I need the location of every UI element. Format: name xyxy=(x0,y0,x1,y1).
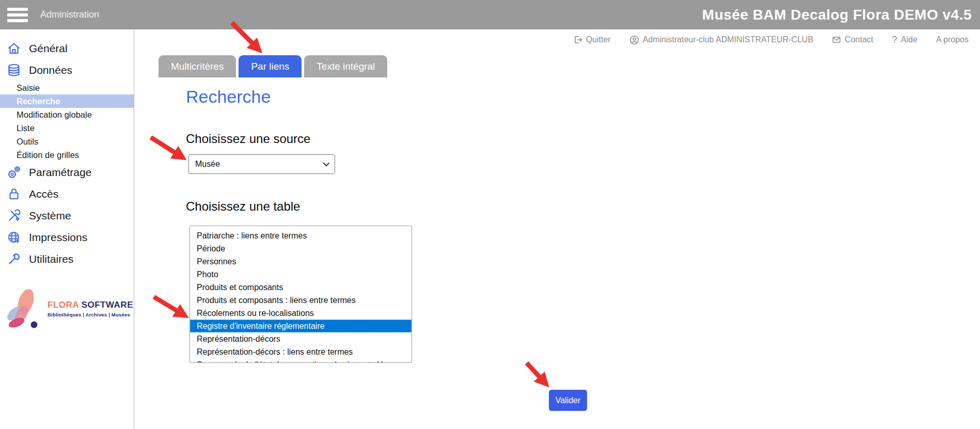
source-section-label: Choisissez une source xyxy=(186,132,310,146)
help-icon: ? xyxy=(892,34,897,45)
table-option[interactable]: Produits et composants : liens entre ter… xyxy=(190,294,412,307)
table-section-label: Choisissez une table xyxy=(186,199,300,214)
table-option-selected[interactable]: Registre d'inventaire réglementaire xyxy=(190,320,412,332)
table-option[interactable]: Produits et composants xyxy=(190,281,412,294)
home-icon xyxy=(6,41,22,56)
arrow-to-selected-table xyxy=(154,297,184,315)
arrow-to-source-select xyxy=(151,137,182,157)
sidebar-item-general[interactable]: Général xyxy=(0,38,134,59)
mail-icon xyxy=(832,35,841,44)
flora-software-logo: FLORA SOFTWARE Bibliothèques | Archives … xyxy=(1,285,134,332)
table-option[interactable]: Période xyxy=(190,242,412,255)
table-option[interactable]: Représentation-décors : liens entre term… xyxy=(190,345,412,358)
logo-word-software: SOFTWARE xyxy=(82,300,133,310)
table-option[interactable]: Récolements ou re-localisations xyxy=(190,307,412,320)
sidebar-item-recherche[interactable]: Recherche xyxy=(0,94,134,108)
page-title: Recherche xyxy=(186,87,271,107)
validate-button[interactable]: Valider xyxy=(549,390,587,411)
arrow-to-validate-button xyxy=(527,363,545,383)
logo-word-flora: FLORA xyxy=(48,300,78,310)
brand-title: Musée BAM Decalog Flora DEMO v4.5 xyxy=(702,7,972,23)
sidebar-item-edition-de-grilles[interactable]: Édition de grilles xyxy=(0,148,134,162)
sidebar-item-utilitaires[interactable]: Utilitaires xyxy=(0,248,134,270)
globe-icon xyxy=(6,230,22,245)
source-select[interactable]: Musée xyxy=(188,154,335,174)
annotation-overlay xyxy=(0,0,980,429)
user-bar: Quitter Administrateur-club ADMINISTRATE… xyxy=(573,34,969,45)
user-icon xyxy=(629,35,639,45)
table-option[interactable]: Sauvegarde de l'état des executions des … xyxy=(190,358,412,363)
sidebar-item-parametrage[interactable]: Paramétrage xyxy=(0,162,134,183)
help-link[interactable]: ? Aide xyxy=(892,34,918,45)
sidebar-item-donnees[interactable]: Données xyxy=(0,59,134,81)
sidebar-item-outils[interactable]: Outils xyxy=(0,135,134,148)
table-option[interactable]: Personnes xyxy=(190,255,412,268)
tab-multicriteres[interactable]: Multicritères xyxy=(159,55,236,77)
sidebar-item-saisie[interactable]: Saisie xyxy=(0,81,134,94)
current-user-link[interactable]: Administrateur-club ADMINISTRATEUR-CLUB xyxy=(629,35,813,45)
table-option[interactable]: Photo xyxy=(190,268,412,281)
database-icon xyxy=(6,63,22,77)
top-bar: Administration Musée BAM Decalog Flora D… xyxy=(0,0,980,29)
tab-texte-integral[interactable]: Texte intégral xyxy=(304,55,387,77)
gears-icon xyxy=(6,165,22,180)
sidebar: Général Données Saisie Recherche Modific… xyxy=(0,29,134,429)
source-select-value: Musée xyxy=(195,160,220,169)
about-link[interactable]: A propos xyxy=(936,35,969,44)
sidebar-item-modification-globale[interactable]: Modification globale xyxy=(0,108,134,121)
table-listbox[interactable]: Patriarche : liens entre termes Période … xyxy=(189,226,412,363)
sidebar-item-liste[interactable]: Liste xyxy=(0,121,134,135)
lock-icon xyxy=(6,187,22,201)
hamburger-menu-icon[interactable] xyxy=(7,8,28,22)
sidebar-item-acces[interactable]: Accès xyxy=(0,183,134,205)
flora-flower-icon xyxy=(1,285,44,332)
sidebar-item-systeme[interactable]: Système xyxy=(0,205,134,227)
table-option[interactable]: Patriarche : liens entre termes xyxy=(190,229,412,242)
chevron-down-icon xyxy=(323,160,330,167)
search-mode-tabs: Multicritères Par liens Texte intégral xyxy=(159,55,387,77)
app-section-title: Administration xyxy=(40,9,99,20)
wrench-icon xyxy=(6,252,22,266)
tools-icon xyxy=(6,209,22,223)
table-option[interactable]: Représentation-décors xyxy=(190,332,412,345)
logo-tagline: Bibliothèques | Archives | Musées xyxy=(48,312,133,317)
tab-par-liens[interactable]: Par liens xyxy=(239,55,302,77)
contact-link[interactable]: Contact xyxy=(832,35,873,44)
logout-icon xyxy=(573,35,582,44)
sidebar-item-impressions[interactable]: Impressions xyxy=(0,227,134,248)
quit-link[interactable]: Quitter xyxy=(573,35,611,44)
